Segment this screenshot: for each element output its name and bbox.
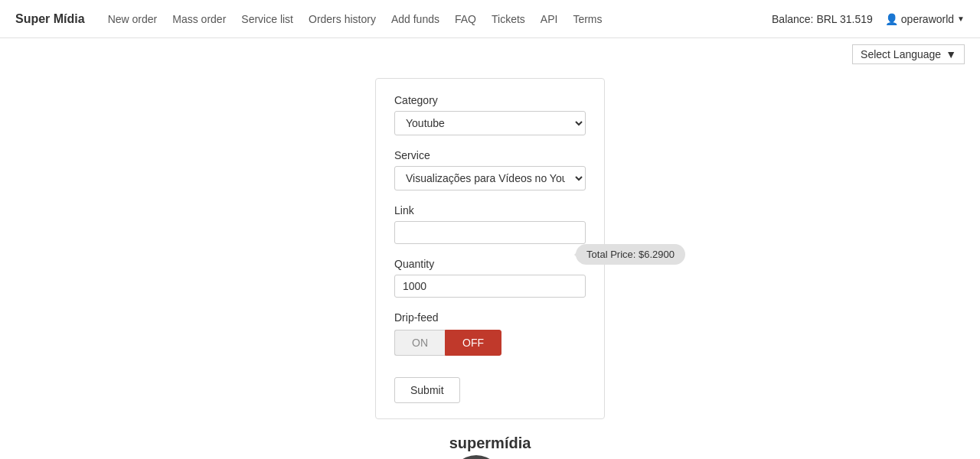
- order-form-card: Category Youtube Service Visualizações p…: [375, 78, 605, 419]
- nav-orders-history[interactable]: Orders history: [309, 13, 376, 25]
- category-label: Category: [394, 94, 586, 106]
- toggle-off-button[interactable]: OFF: [445, 330, 501, 356]
- nav-faq[interactable]: FAQ: [455, 13, 476, 25]
- link-input[interactable]: [394, 221, 586, 244]
- nav-terms[interactable]: Terms: [573, 13, 602, 25]
- nav-links: New order Mass order Service list Orders…: [108, 13, 772, 25]
- nav-service-list[interactable]: Service list: [241, 13, 293, 25]
- language-label: Select Language: [861, 48, 941, 60]
- footer-logo-area: supermídia: [15, 435, 965, 459]
- brand-logo[interactable]: Super Mídia: [15, 12, 85, 26]
- language-arrow-icon: ▼: [946, 48, 956, 60]
- quantity-input[interactable]: [394, 275, 586, 298]
- link-label: Link: [394, 204, 586, 216]
- footer-logo-text: supermídia: [449, 435, 531, 452]
- drip-feed-label: Drip-feed: [394, 311, 586, 324]
- nav-api[interactable]: API: [541, 13, 558, 25]
- nav-tickets[interactable]: Tickets: [492, 13, 525, 25]
- main-content: Category Youtube Service Visualizações p…: [0, 70, 980, 459]
- category-select[interactable]: Youtube: [394, 111, 586, 135]
- nav-add-funds[interactable]: Add funds: [391, 13, 439, 25]
- navbar: Super Mídia New order Mass order Service…: [0, 0, 980, 38]
- dropdown-caret: ▼: [957, 15, 965, 23]
- language-select[interactable]: Select Language ▼: [852, 44, 965, 64]
- nav-new-order[interactable]: New order: [108, 13, 158, 25]
- footer-logo-wrap: supermídia: [449, 435, 531, 459]
- language-bar: Select Language ▼: [0, 38, 980, 70]
- submit-button[interactable]: Submit: [394, 377, 460, 403]
- username-label: operaworld: [901, 13, 954, 25]
- user-icon: 👤: [885, 13, 898, 25]
- user-dropdown[interactable]: 👤 operaworld ▼: [885, 13, 965, 25]
- service-label: Service: [394, 149, 586, 161]
- nav-mass-order[interactable]: Mass order: [172, 13, 226, 25]
- service-select[interactable]: Visualizações para Vídeos no Youtube –$: [394, 166, 586, 190]
- footer-logo-circle: [449, 455, 503, 459]
- service-group: Service Visualizações para Vídeos no You…: [394, 149, 586, 190]
- quantity-label: Quantity: [394, 258, 586, 270]
- price-tooltip: Total Price: $6.2900: [576, 244, 685, 265]
- balance-display: Balance: BRL 31.519: [772, 13, 873, 25]
- drip-feed-group: Drip-feed ON OFF: [394, 311, 586, 356]
- toggle-on-button[interactable]: ON: [394, 330, 445, 356]
- link-group: Link: [394, 204, 586, 244]
- quantity-group: Quantity Total Price: $6.2900: [394, 258, 586, 298]
- category-group: Category Youtube: [394, 94, 586, 135]
- navbar-right: Balance: BRL 31.519 👤 operaworld ▼: [772, 13, 965, 25]
- drip-feed-toggle: ON OFF: [394, 330, 586, 356]
